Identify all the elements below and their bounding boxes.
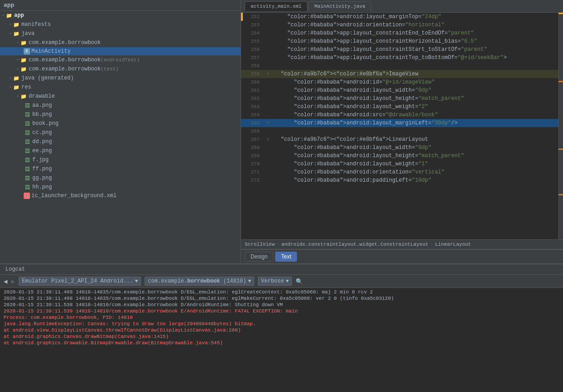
breadcrumb-sep-1: ›	[276, 242, 280, 247]
code-line-269[interactable]: 269 "color:#bababa">android:layout_heigh…	[241, 152, 558, 160]
tree-label-aa.png: aa.png	[32, 102, 52, 109]
code-line-256[interactable]: 256 "color:#bababa">app:layout_constrain…	[241, 45, 558, 54]
folder-arrow-com.example.borrowbook[interactable]: ▾	[16, 40, 19, 45]
line-gutter-267: ▽	[263, 137, 272, 142]
tree-item-f.jpg[interactable]: 🖼f.jpg	[0, 155, 241, 164]
folder-arrow-app[interactable]: ▾	[2, 13, 5, 18]
folder-arrow-java[interactable]: ▾	[9, 31, 12, 36]
nav-left-icon[interactable]: ◀	[4, 278, 7, 285]
file-tab-activity[interactable]: activity_main.xml	[245, 1, 307, 11]
folder-arrow-com.example.borrowbook.test[interactable]: ▾	[16, 66, 19, 72]
line-number-268: 268	[243, 145, 263, 150]
folder-arrow-drawable[interactable]: ▾	[16, 94, 19, 99]
package-dropdown-icon[interactable]: ▼	[248, 278, 251, 284]
line-number-262: 262	[243, 96, 263, 101]
tree-item-aa.png[interactable]: 🖼aa.png	[0, 101, 241, 110]
line-number-266: 266	[243, 129, 263, 134]
emulator-selector[interactable]: Emulator Pixel_2_API_24 Android... ▼	[19, 277, 141, 286]
tree-item-ff.png[interactable]: 🖼ff.png	[0, 164, 241, 174]
code-line-271[interactable]: 271 "color:#bababa">android:orientation=…	[241, 168, 558, 176]
tree-item-res[interactable]: ▾📁res	[0, 83, 241, 92]
emulator-dropdown-icon[interactable]: ▼	[135, 278, 138, 284]
tree-label-java: java	[21, 30, 35, 37]
folder-arrow-com.example.borrowbook.androidTest[interactable]: ▾	[16, 57, 19, 63]
code-line-264[interactable]: 264 "color:#bababa">android:src="@drawab…	[241, 111, 558, 119]
code-editor: 252 "color:#bababa">android:layout_margi…	[241, 13, 558, 239]
tree-item-gg.png[interactable]: 🖼gg.png	[0, 174, 241, 183]
tree-label-bb.png: bb.png	[32, 111, 52, 118]
code-line-272[interactable]: 272 "color:#bababa">android:paddingLeft=…	[241, 176, 558, 184]
line-content-265: "color:#bababa">android:layout_marginLef…	[272, 120, 558, 126]
breadcrumb-linearlayout[interactable]: LinearLayout	[435, 242, 471, 247]
line-number-257: 257	[243, 55, 263, 60]
tree-item-ee.png[interactable]: 🖼ee.png	[0, 146, 241, 155]
tree-item-ic_launcher_background.xml[interactable]: 🔧ic_launcher_background.xml	[0, 192, 241, 200]
line-number-260: 260	[243, 79, 263, 85]
code-line-254[interactable]: 254 "color:#bababa">app:layout_constrain…	[241, 29, 558, 37]
code-line-261[interactable]: 261 "color:#bababa">android:layout_width…	[241, 86, 558, 94]
file-tab-main[interactable]: MainActivity.java	[308, 1, 371, 11]
verbose-dropdown-icon[interactable]: ▼	[286, 278, 289, 284]
tree-item-java[interactable]: ▾📁java	[0, 29, 241, 38]
breadcrumb-scrollview[interactable]: ScrollView	[245, 242, 275, 247]
tree-label-f.jpg: f.jpg	[32, 157, 49, 163]
tree-item-java.generated[interactable]: ▾📁java (generated)	[0, 74, 241, 83]
code-line-259[interactable]: 259▽ "color:#a9b7c6"><"color:#e8bf6a">Im…	[241, 70, 558, 78]
code-line-257[interactable]: 257 "color:#bababa">app:layout_constrain…	[241, 54, 558, 62]
code-line-260[interactable]: 260 "color:#bababa">android:id="@+id/ima…	[241, 78, 558, 86]
tree-item-com.example.borrowbook[interactable]: ▾📁com.example.borrowbook	[0, 38, 241, 47]
line-number-267: 267	[243, 137, 263, 142]
tree-item-MainActivity[interactable]: CMainActivity	[0, 47, 241, 55]
code-line-263[interactable]: 263 "color:#bababa">android:layout_weigh…	[241, 103, 558, 111]
code-line-255[interactable]: 255 "color:#bababa">app:layout_constrain…	[241, 37, 558, 45]
fold-icon-259[interactable]: ▽	[266, 71, 269, 77]
code-line-252[interactable]: 252 "color:#bababa">android:layout_margi…	[241, 13, 558, 21]
logcat-search-button[interactable]: 🔍	[296, 278, 303, 285]
tree-item-dd.png[interactable]: 🖼dd.png	[0, 137, 241, 146]
tree-item-book.png[interactable]: 🖼book.png	[0, 119, 241, 128]
tree-header: app	[0, 0, 241, 11]
package-selector[interactable]: com.example.borrowbook (14810) ▼	[145, 277, 254, 286]
tree-item-hh.png[interactable]: 🖼hh.png	[0, 183, 241, 192]
tab-text[interactable]: Text	[275, 252, 297, 262]
tree-label-com.example.borrowbook.androidTest: com.example.borrowbook	[29, 57, 101, 63]
png-icon-aa.png: 🖼	[24, 102, 31, 109]
code-line-265[interactable]: 265▽ "color:#bababa">android:layout_marg…	[241, 119, 558, 127]
fold-icon-267[interactable]: ▽	[266, 137, 269, 142]
emulator-label: Emulator Pixel_2_API_24 Android...	[22, 278, 133, 284]
line-content-272: "color:#bababa">android:paddingLeft="10d…	[272, 177, 558, 184]
tree-item-drawable[interactable]: ▾📁drawable	[0, 92, 241, 101]
tree-label-app: app	[14, 12, 24, 19]
code-line-253[interactable]: 253 "color:#bababa">android:orientation=…	[241, 21, 558, 29]
tree-item-manifests[interactable]: ▾📁manifests	[0, 20, 241, 29]
gutter-mark-4	[558, 194, 563, 195]
code-line-258[interactable]: 258	[241, 62, 558, 70]
folder-icon-com.example.borrowbook.androidTest: 📁	[20, 56, 27, 64]
folder-arrow-res[interactable]: ▾	[9, 84, 12, 90]
folder-arrow-java.generated[interactable]: ▾	[9, 75, 12, 81]
tree-item-bb.png[interactable]: 🖼bb.png	[0, 110, 241, 119]
code-line-268[interactable]: 268 "color:#bababa">android:layout_width…	[241, 144, 558, 152]
xml-icon-ic_launcher_background.xml: 🔧	[24, 193, 30, 199]
code-line-262[interactable]: 262 "color:#bababa">android:layout_heigh…	[241, 94, 558, 103]
code-line-266[interactable]: 266	[241, 127, 558, 135]
folder-arrow-manifests[interactable]: ▾	[9, 22, 12, 27]
tree-item-com.example.borrowbook.androidTest[interactable]: ▾📁com.example.borrowbook (androidTest)	[0, 55, 241, 65]
tree-item-cc.png[interactable]: 🖼cc.png	[0, 128, 241, 137]
line-content-260: "color:#bababa">android:id="@+id/imageVi…	[272, 79, 558, 85]
tree-item-app[interactable]: ▾📁app	[0, 11, 241, 20]
code-line-267[interactable]: 267▽ "color:#a9b7c6"><"color:#e8bf6a">Li…	[241, 135, 558, 144]
fold-icon-265[interactable]: ▽	[266, 120, 269, 126]
tree-item-com.example.borrowbook.test[interactable]: ▾📁com.example.borrowbook (test)	[0, 65, 241, 74]
folder-icon-res: 📁	[13, 84, 20, 91]
line-content-253: "color:#bababa">android:orientation="hor…	[272, 22, 558, 28]
nav-right-icon[interactable]: ▶	[11, 278, 15, 285]
tab-design[interactable]: Design	[245, 252, 273, 262]
gutter-mark-3	[558, 149, 563, 150]
tree-label-MainActivity: MainActivity	[31, 48, 70, 55]
code-line-270[interactable]: 270 "color:#bababa">android:layout_weigh…	[241, 160, 558, 168]
tree-label-res: res	[21, 84, 31, 90]
gutter-mark-2	[558, 81, 563, 82]
verbose-selector[interactable]: Verbose ▼	[258, 277, 292, 286]
breadcrumb-constraintlayout[interactable]: androidx.constraintlayout.widget.Constra…	[282, 242, 428, 247]
